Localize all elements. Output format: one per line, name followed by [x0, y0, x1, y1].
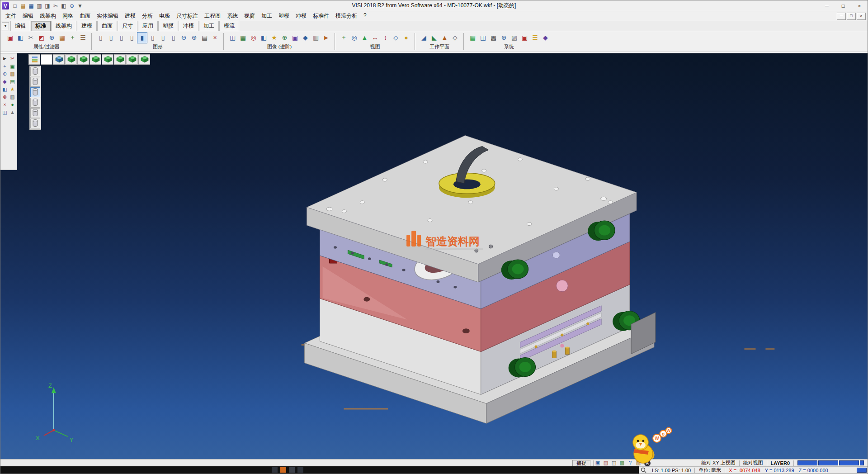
toolbar-icon-1-11[interactable]: ×: [210, 32, 220, 43]
sidebar-icon-6[interactable]: ◆: [1, 77, 9, 85]
menu-item-17[interactable]: 模流分析: [332, 11, 360, 21]
minimize-button[interactable]: ─: [819, 0, 835, 11]
tab-1[interactable]: 标准: [31, 21, 51, 31]
tab-4[interactable]: 曲面: [97, 21, 117, 31]
sidebar-icon-0[interactable]: ►: [1, 54, 9, 62]
tab-0[interactable]: 编辑: [10, 21, 30, 31]
toolbar-icon-1-5[interactable]: ▯: [147, 32, 158, 43]
snap-toggle-button[interactable]: 捕捉: [572, 460, 590, 466]
toolbar-icon-5-5[interactable]: ▣: [519, 32, 530, 43]
menu-item-16[interactable]: 标准件: [310, 11, 332, 21]
new-file-icon[interactable]: □: [11, 2, 19, 10]
menu-item-5[interactable]: 实体编辑: [94, 11, 122, 21]
filter-points[interactable]: [30, 98, 40, 108]
toolbar-icon-1-8[interactable]: ⊖: [179, 32, 189, 43]
toolbar-icon-2-6[interactable]: ▣: [290, 32, 300, 43]
save-file-icon[interactable]: ▦: [27, 2, 35, 10]
taskbar-icon-3[interactable]: [297, 467, 303, 473]
cut-icon[interactable]: ✂: [52, 2, 60, 10]
menu-item-3[interactable]: 网格: [59, 11, 76, 21]
toolbar-icon-0-6[interactable]: +: [67, 32, 78, 43]
toolbar-icon-4-0[interactable]: ◢: [419, 32, 429, 43]
status-icon-5[interactable]: ▨: [634, 460, 642, 466]
toolbar-icon-2-3[interactable]: ◧: [259, 32, 269, 43]
toolbar-icon-5-0[interactable]: ▦: [467, 32, 478, 43]
tab-8[interactable]: 冲模: [179, 21, 198, 31]
filter-dimensions[interactable]: [30, 108, 40, 118]
active-layer-label[interactable]: LAYER0: [767, 460, 793, 466]
toolbar-icon-5-4[interactable]: ▨: [509, 32, 519, 43]
status-icon-0[interactable]: ▣: [594, 460, 602, 466]
status-icon-3[interactable]: ▦: [618, 460, 626, 466]
sidebar-icon-11[interactable]: ▥: [9, 93, 16, 100]
tab-9[interactable]: 加工: [199, 21, 219, 31]
tab-dropdown-icon[interactable]: ▼: [2, 22, 9, 30]
filter-wireframe[interactable]: [30, 87, 40, 97]
toolbar-icon-0-5[interactable]: ▦: [57, 32, 67, 43]
toolbar-icon-1-9[interactable]: ⊕: [189, 32, 199, 43]
sidebar-icon-3[interactable]: ▣: [9, 62, 16, 70]
filter-others[interactable]: [30, 118, 40, 128]
toolbar-icon-2-8[interactable]: ▥: [311, 32, 321, 43]
toolbar-icon-1-2[interactable]: ▯: [116, 32, 127, 43]
toolbar-icon-4-1[interactable]: ◣: [429, 32, 439, 43]
toolbar-icon-2-9[interactable]: ►: [321, 32, 331, 43]
view-layers-icon-0[interactable]: [28, 54, 40, 65]
toolbar-icon-3-0[interactable]: +: [339, 32, 349, 43]
toolbar-icon-2-7[interactable]: ◆: [300, 32, 311, 43]
tab-5[interactable]: 尺寸: [118, 21, 137, 31]
mdi-minimize-button[interactable]: ─: [837, 13, 846, 20]
menu-item-13[interactable]: 加工: [258, 11, 275, 21]
toolbar-icon-3-6[interactable]: ●: [401, 32, 411, 43]
toolbar-icon-1-6[interactable]: ▯: [158, 32, 168, 43]
filter-solids[interactable]: [30, 66, 40, 76]
menu-item-6[interactable]: 建模: [122, 11, 139, 21]
menu-item-14[interactable]: 塑模: [275, 11, 292, 21]
menu-item-0[interactable]: 文件: [2, 11, 19, 21]
toolbar-icon-0-0[interactable]: ▣: [5, 32, 15, 43]
toolbar-icon-3-1[interactable]: ◎: [349, 32, 359, 43]
menu-item-12[interactable]: 视窗: [241, 11, 258, 21]
tab-3[interactable]: 建模: [77, 21, 97, 31]
toolbar-icon-1-4[interactable]: ▮: [137, 32, 147, 43]
annotation-badge[interactable]: A: [644, 460, 651, 466]
toolbar-icon-5-1[interactable]: ◫: [478, 32, 488, 43]
sidebar-icon-8[interactable]: ◧: [1, 85, 9, 93]
taskbar-icon-0[interactable]: [272, 467, 278, 473]
sidebar-icon-13[interactable]: ●: [9, 100, 16, 108]
sidebar-icon-7[interactable]: ▤: [9, 77, 16, 85]
absolute-view-label[interactable]: 绝对视图: [740, 460, 767, 466]
menu-item-10[interactable]: 工程图: [201, 11, 224, 21]
menu-item-9[interactable]: 尺寸标注: [173, 11, 201, 21]
tab-7[interactable]: 塑膜: [158, 21, 178, 31]
menu-item-2[interactable]: 线架构: [37, 11, 59, 21]
view-cube-icon-8[interactable]: [126, 54, 138, 65]
toolbar-icon-3-2[interactable]: ▲: [359, 32, 370, 43]
menu-item-8[interactable]: 电极: [156, 11, 173, 21]
sidebar-icon-12[interactable]: ×: [1, 100, 9, 108]
toolbar-icon-0-2[interactable]: ✂: [26, 32, 36, 43]
toolbar-icon-0-1[interactable]: ◧: [15, 32, 26, 43]
quickbar-caret-icon[interactable]: ▼: [76, 2, 84, 10]
mold-assembly[interactable]: [305, 136, 656, 424]
toolbar-icon-0-7[interactable]: ☰: [78, 32, 88, 43]
sidebar-icon-1[interactable]: ✂: [9, 54, 16, 62]
toolbar-icon-1-0[interactable]: ▯: [95, 32, 106, 43]
menu-item-15[interactable]: 冲模: [292, 11, 310, 21]
view-cube-icon-6[interactable]: [102, 54, 113, 65]
toolbar-icon-5-2[interactable]: ▩: [488, 32, 499, 43]
sidebar-icon-4[interactable]: ⊕: [1, 70, 9, 77]
view-cube-icon-3[interactable]: [65, 54, 77, 65]
tab-2[interactable]: 线架构: [51, 21, 76, 31]
open-file-icon[interactable]: ▤: [19, 2, 27, 10]
toolbar-icon-3-3[interactable]: ↔: [370, 32, 380, 43]
settings-icon[interactable]: ⊕: [68, 2, 76, 10]
sidebar-icon-9[interactable]: ★: [9, 85, 16, 93]
view-cube-blue-icon-2[interactable]: [53, 54, 65, 65]
taskbar-icon-1[interactable]: [280, 467, 286, 473]
status-icon-1[interactable]: ▤: [602, 460, 610, 466]
sidebar-icon-15[interactable]: ▲: [9, 108, 16, 116]
toolbar-icon-0-4[interactable]: ⊕: [47, 32, 57, 43]
tab-10[interactable]: 模流: [219, 21, 239, 31]
toolbar-icon-1-10[interactable]: ▤: [199, 32, 210, 43]
